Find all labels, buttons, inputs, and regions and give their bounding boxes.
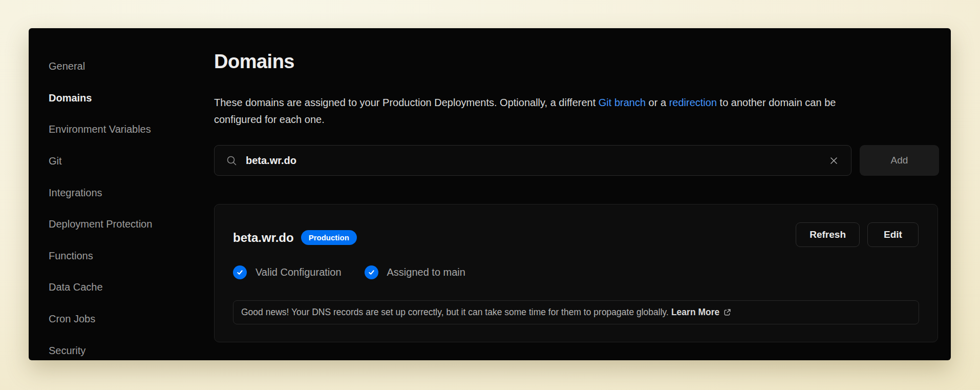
valid-configuration-status: Valid Configuration — [233, 265, 342, 279]
redirection-link[interactable]: redirection — [669, 97, 717, 108]
domain-search-field[interactable] — [214, 145, 851, 176]
sidebar-item-general[interactable]: General — [49, 51, 197, 83]
sidebar-item-cron-jobs[interactable]: Cron Jobs — [49, 303, 197, 335]
sidebar-item-security[interactable]: Security — [49, 335, 197, 366]
clear-search-icon[interactable] — [827, 154, 841, 168]
edit-button[interactable]: Edit — [867, 222, 919, 247]
page-background: General Domains Environment Variables Gi… — [0, 0, 980, 390]
git-branch-link[interactable]: Git branch — [599, 97, 646, 108]
description-text: These domains are assigned to your Produ… — [214, 97, 599, 108]
settings-panel: General Domains Environment Variables Gi… — [29, 28, 951, 360]
dns-notice-box: Good news! Your DNS records are set up c… — [233, 300, 919, 324]
check-circle-icon — [365, 265, 378, 279]
domain-card: beta.wr.do Production Refresh Edit Valid… — [214, 204, 938, 342]
domain-card-actions: Refresh Edit — [796, 222, 919, 247]
sidebar-item-integrations[interactable]: Integrations — [49, 177, 197, 209]
add-domain-button[interactable]: Add — [860, 145, 939, 176]
assigned-branch-status: Assigned to main — [365, 265, 465, 279]
sidebar-item-environment-variables[interactable]: Environment Variables — [49, 114, 197, 146]
domain-search-input[interactable] — [246, 155, 827, 167]
settings-sidebar: General Domains Environment Variables Gi… — [49, 51, 197, 366]
status-label: Valid Configuration — [255, 266, 342, 278]
external-link-icon — [723, 308, 732, 317]
description-text: or a — [646, 97, 669, 108]
sidebar-item-data-cache[interactable]: Data Cache — [49, 272, 197, 303]
domain-card-header: beta.wr.do Production — [233, 230, 357, 245]
dns-notice-text: Good news! Your DNS records are set up c… — [241, 307, 669, 318]
status-label: Assigned to main — [387, 266, 465, 278]
refresh-button[interactable]: Refresh — [796, 222, 860, 247]
sidebar-item-git[interactable]: Git — [49, 146, 197, 177]
sidebar-item-domains[interactable]: Domains — [49, 83, 197, 114]
domain-status-row: Valid Configuration Assigned to main — [233, 265, 465, 279]
learn-more-link[interactable]: Learn More — [671, 307, 719, 318]
domain-name: beta.wr.do — [233, 231, 294, 245]
search-icon — [226, 155, 237, 166]
sidebar-item-deployment-protection[interactable]: Deployment Protection — [49, 209, 197, 240]
page-title: Domains — [214, 51, 294, 73]
sidebar-item-functions[interactable]: Functions — [49, 240, 197, 272]
production-badge: Production — [301, 230, 357, 245]
domains-description: These domains are assigned to your Produ… — [214, 94, 933, 128]
check-circle-icon — [233, 265, 247, 279]
